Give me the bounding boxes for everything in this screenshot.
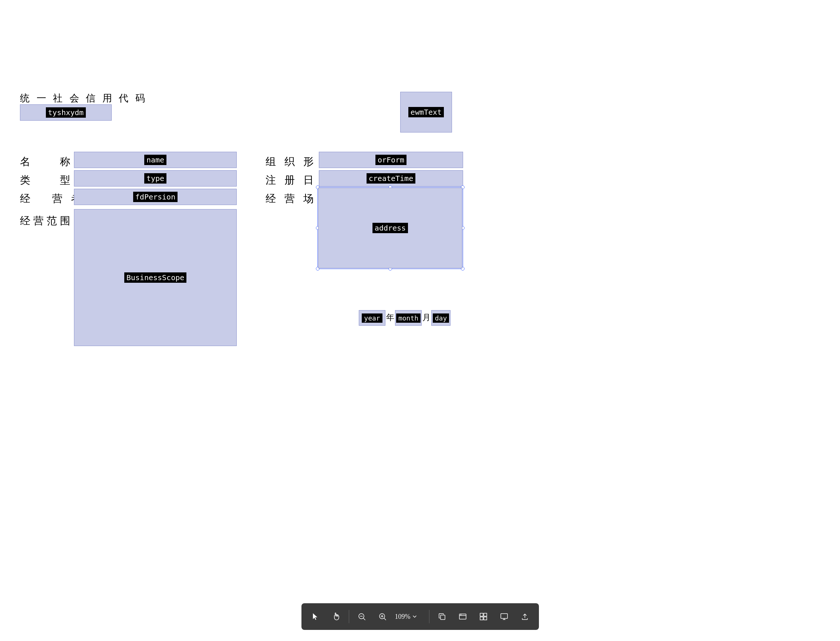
monitor-button[interactable] [496,609,512,625]
ewmtext-box[interactable]: ewmText [400,92,452,132]
fdpersion-input[interactable]: fdPersion [74,189,237,205]
ewmtext-input-text: ewmText [408,107,444,117]
year-kanji-label: 年 [386,312,394,323]
createtime-input[interactable]: createTime [319,170,463,187]
month-kanji-label: 月 [422,312,430,323]
year-input[interactable]: year [359,310,385,326]
svg-rect-15 [501,614,508,618]
svg-line-6 [384,618,386,620]
svg-line-2 [363,618,365,620]
orform-input-text: orForm [376,155,406,165]
month-input-text: month [396,314,421,323]
svg-rect-8 [459,614,466,619]
frame-button[interactable] [455,609,471,625]
type-input-text: type [144,173,167,184]
duplicate-button[interactable] [434,609,450,625]
createtime-input-text: createTime [366,173,415,184]
svg-rect-12 [484,613,487,616]
month-input[interactable]: month [395,310,422,326]
day-input-text: day [433,314,450,323]
businessscope-input[interactable]: BusinessScope [74,209,237,346]
zoom-level[interactable]: 109% [395,613,425,621]
name-input[interactable]: name [74,152,237,168]
name-input-text: name [144,155,167,165]
tyshxydm-input-text: tyshxydm [46,107,86,118]
upload-button[interactable] [517,609,533,625]
canvas: 统 一 社 会 信 用 代 码 tyshxydm ewmText 名 称 nam… [0,0,840,641]
name-label: 名 称 [20,155,73,169]
toolbar: 109% [302,603,539,630]
year-input-text: year [362,314,382,323]
cursor-tool[interactable] [307,609,324,625]
orform-input[interactable]: orForm [319,152,463,168]
address-input-text: address [373,223,408,233]
svg-rect-7 [440,615,445,620]
type-input[interactable]: type [74,170,237,187]
divider-1 [349,610,349,623]
tyshxydm-input[interactable]: tyshxydm [20,105,112,121]
svg-rect-13 [480,617,483,620]
hand-tool[interactable] [328,609,344,625]
businessscope-label: 经营范围 [20,214,73,228]
svg-rect-11 [480,613,483,616]
type-label: 类 型 [20,173,73,187]
zoom-percentage: 109% [395,613,411,621]
businessscope-input-text: BusinessScope [124,272,187,283]
tyshxydm-label: 统 一 社 会 信 用 代 码 [20,92,147,105]
divider-2 [429,610,429,623]
zoom-out-button[interactable] [353,609,370,625]
grid-button[interactable] [475,609,491,625]
address-input[interactable]: address [318,188,463,268]
day-input[interactable]: day [431,310,451,326]
zoom-in-button[interactable] [374,609,390,625]
fdpersion-input-text: fdPersion [133,192,178,202]
svg-rect-14 [484,617,487,620]
